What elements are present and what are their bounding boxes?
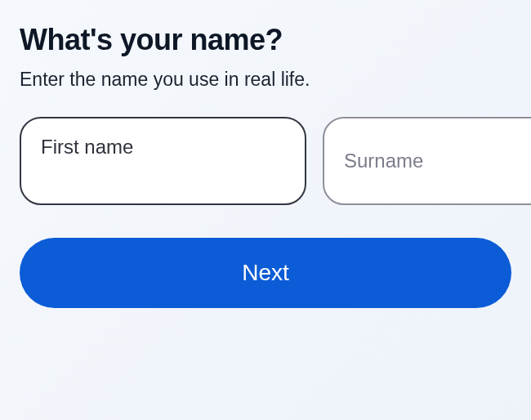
next-button[interactable]: Next bbox=[20, 238, 511, 308]
surname-field[interactable] bbox=[323, 117, 531, 205]
page-title: What's your name? bbox=[20, 23, 511, 57]
page-subtitle: Enter the name you use in real life. bbox=[20, 69, 511, 91]
first-name-field[interactable] bbox=[20, 117, 306, 205]
name-input-row bbox=[20, 117, 511, 205]
